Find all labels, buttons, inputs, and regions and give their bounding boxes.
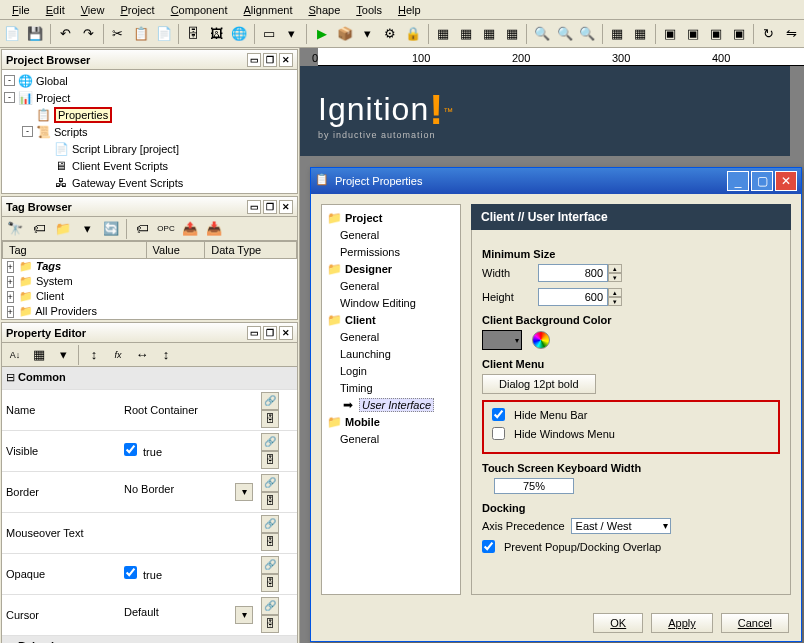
nav-item[interactable]: General — [326, 226, 456, 243]
nav-item[interactable]: General — [326, 430, 456, 447]
font-button[interactable]: Dialog 12pt bold — [482, 374, 596, 394]
chevron-down-icon[interactable]: ▾ — [235, 483, 253, 501]
panel-pin-icon[interactable]: ▭ — [247, 200, 261, 214]
publish-icon[interactable]: 🌐 — [229, 23, 250, 45]
spin-down-icon[interactable]: ▾ — [608, 273, 622, 282]
save-icon[interactable]: 💾 — [25, 23, 46, 45]
color-swatch[interactable]: ▾ — [482, 330, 522, 350]
nav-item[interactable]: 📁Designer — [326, 260, 456, 277]
nav-item[interactable]: Timing — [326, 379, 456, 396]
nav-item[interactable]: ➡User Interface — [326, 396, 456, 413]
rotate-icon[interactable]: ↻ — [758, 23, 779, 45]
hide-menubar-checkbox[interactable] — [492, 408, 505, 421]
chevron-down-icon[interactable]: ▾ — [357, 23, 378, 45]
filter-icon[interactable]: ▦ — [28, 344, 50, 366]
nav-item[interactable]: 📁Mobile — [326, 413, 456, 430]
nav-item[interactable]: General — [326, 277, 456, 294]
menu-alignment[interactable]: Alignment — [236, 2, 301, 17]
spin-up-icon[interactable]: ▴ — [608, 264, 622, 273]
tag-icon[interactable]: 🏷 — [28, 218, 50, 240]
nav-item[interactable]: 📁Client — [326, 311, 456, 328]
nav-item[interactable]: Login — [326, 362, 456, 379]
db-icon[interactable]: 🗄 — [261, 492, 279, 510]
paste-icon[interactable]: 📄 — [153, 23, 174, 45]
menu-file[interactable]: File — [4, 2, 38, 17]
nav-item[interactable]: Window Editing — [326, 294, 456, 311]
spin-up-icon[interactable]: ▴ — [608, 288, 622, 297]
tree-item[interactable]: 📄Script Library [project] — [4, 140, 295, 157]
prop-group-header[interactable]: Common — [2, 367, 297, 389]
play-icon[interactable]: ▶ — [311, 23, 332, 45]
grid-icon[interactable]: ▦ — [630, 23, 651, 45]
height-input[interactable] — [538, 288, 608, 306]
close-button[interactable]: ✕ — [775, 171, 797, 191]
width-input[interactable] — [538, 264, 608, 282]
tag-icon[interactable]: 🏷 — [131, 218, 153, 240]
panel-pin-icon[interactable]: ▭ — [247, 53, 261, 67]
gear-icon[interactable]: ⚙ — [380, 23, 401, 45]
align-icon[interactable]: ▦ — [479, 23, 500, 45]
folder-icon[interactable]: 📁 — [52, 218, 74, 240]
minimize-button[interactable]: _ — [727, 171, 749, 191]
export-icon[interactable]: 📤 — [179, 218, 201, 240]
axis-select[interactable]: East / West — [571, 518, 671, 534]
tree-item[interactable]: 📋Properties — [4, 106, 295, 123]
spin-down-icon[interactable]: ▾ — [608, 297, 622, 306]
project-tree[interactable]: -🌐Global-📊Project📋Properties-📜Scripts📄Sc… — [2, 70, 297, 193]
zoom-fit-icon[interactable]: 🔍 — [577, 23, 598, 45]
tree-item[interactable]: 🖥Client Event Scripts — [4, 157, 295, 174]
tree-toggle-icon[interactable]: - — [4, 75, 15, 86]
expand-icon[interactable]: ↕ — [83, 344, 105, 366]
panel-max-icon[interactable]: ❐ — [263, 326, 277, 340]
tag-row[interactable]: + 📁 Client — [3, 289, 297, 304]
bind-icon[interactable]: 🔗 — [261, 433, 279, 451]
layer-icon[interactable]: ▣ — [660, 23, 681, 45]
nav-item[interactable]: General — [326, 328, 456, 345]
tree-item[interactable]: 🖧Gateway Event Scripts — [4, 174, 295, 191]
menu-shape[interactable]: Shape — [300, 2, 348, 17]
tree-toggle-icon[interactable]: - — [22, 126, 33, 137]
panel-close-icon[interactable]: ✕ — [279, 326, 293, 340]
db-icon[interactable]: 🗄 — [261, 615, 279, 633]
window-icon[interactable]: ▭ — [259, 23, 280, 45]
menu-edit[interactable]: Edit — [38, 2, 73, 17]
zoom-in-icon[interactable]: 🔍 — [531, 23, 552, 45]
zoom-out-icon[interactable]: 🔍 — [554, 23, 575, 45]
bind-icon[interactable]: 🔗 — [261, 474, 279, 492]
menu-help[interactable]: Help — [390, 2, 429, 17]
tag-row[interactable]: + 📁 System — [3, 274, 297, 289]
panel-max-icon[interactable]: ❐ — [263, 53, 277, 67]
prop-value[interactable]: Root Container — [124, 404, 198, 416]
height-spinner[interactable]: ▴▾ — [538, 288, 622, 306]
fx-icon[interactable]: fx — [107, 344, 129, 366]
expand-icon[interactable]: ↔ — [131, 344, 153, 366]
bind-icon[interactable]: 🔗 — [261, 597, 279, 615]
layer-icon[interactable]: ▣ — [728, 23, 749, 45]
tree-item[interactable]: -📊Project — [4, 89, 295, 106]
align-icon[interactable]: ▦ — [456, 23, 477, 45]
panel-close-icon[interactable]: ✕ — [279, 53, 293, 67]
undo-icon[interactable]: ↶ — [55, 23, 76, 45]
align-icon[interactable]: ▦ — [501, 23, 522, 45]
binoculars-icon[interactable]: 🔭 — [4, 218, 26, 240]
tree-item[interactable]: -🌐Global — [4, 72, 295, 89]
tree-toggle-icon[interactable]: + — [7, 276, 14, 288]
column-header[interactable]: Tag — [3, 242, 147, 259]
db-icon[interactable]: 🗄 — [261, 451, 279, 469]
panel-pin-icon[interactable]: ▭ — [247, 326, 261, 340]
new-icon[interactable]: 📄 — [2, 23, 23, 45]
nav-item[interactable]: 📁Project — [326, 209, 456, 226]
cut-icon[interactable]: ✂ — [107, 23, 128, 45]
tree-toggle-icon[interactable]: - — [4, 92, 15, 103]
prevent-overlap-checkbox[interactable] — [482, 540, 495, 553]
menu-project[interactable]: Project — [112, 2, 162, 17]
az-icon[interactable]: A↓ — [4, 344, 26, 366]
grid-icon[interactable]: ▦ — [607, 23, 628, 45]
hide-windows-checkbox[interactable] — [492, 427, 505, 440]
tree-toggle-icon[interactable]: + — [7, 261, 14, 273]
db-icon[interactable]: 🗄 — [261, 410, 279, 428]
prop-checkbox[interactable] — [124, 443, 137, 456]
panel-close-icon[interactable]: ✕ — [279, 200, 293, 214]
flip-icon[interactable]: ⇋ — [781, 23, 802, 45]
panel-max-icon[interactable]: ❐ — [263, 200, 277, 214]
